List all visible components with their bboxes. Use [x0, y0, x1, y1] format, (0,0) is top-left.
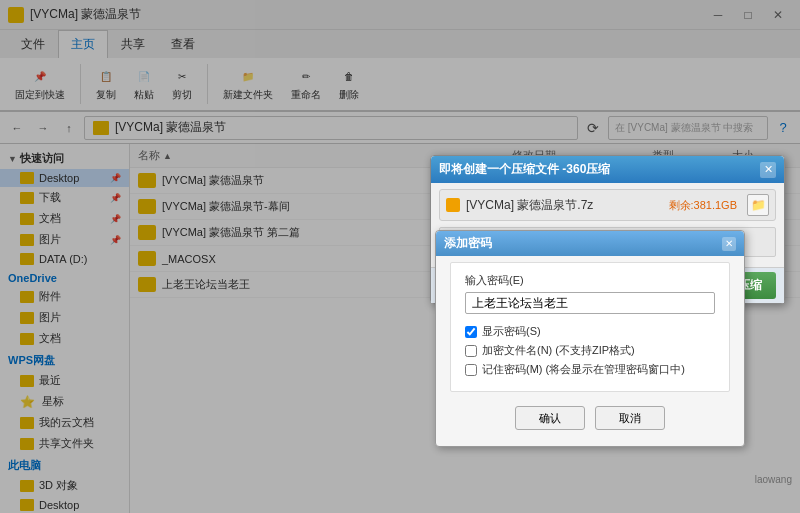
remember-password-label: 记住密码(M) (将会显示在管理密码窗口中) [482, 362, 685, 377]
pwd-dialog-title: 添加密码 [444, 235, 492, 252]
pwd-dialog-titlebar: 添加密码 ✕ [436, 231, 744, 256]
dialog-360-title: 即将创建一个压缩文件 -360压缩 [439, 161, 610, 178]
confirm-button[interactable]: 确认 [515, 406, 585, 430]
show-password-checkbox[interactable] [465, 326, 477, 338]
remember-password-row: 记住密码(M) (将会显示在管理密码窗口中) [465, 362, 715, 377]
zip-name-text: [VYCMa] 蒙德温泉节.7z [466, 197, 663, 214]
pwd-dialog-body: 输入密码(E) 显示密码(S) 加密文件名(N) (不支持ZIP格式) 记住密码… [450, 262, 730, 392]
pwd-dialog-content: 输入密码(E) 显示密码(S) 加密文件名(N) (不支持ZIP格式) 记住密码… [436, 256, 744, 446]
pwd-dialog-close-button[interactable]: ✕ [722, 237, 736, 251]
encrypt-filename-row: 加密文件名(N) (不支持ZIP格式) [465, 343, 715, 358]
show-password-label: 显示密码(S) [482, 324, 541, 339]
encrypt-filename-label: 加密文件名(N) (不支持ZIP格式) [482, 343, 635, 358]
add-password-dialog: 添加密码 ✕ 输入密码(E) 显示密码(S) 加密文件名(N) (不支持ZIP格… [435, 230, 745, 447]
pwd-dialog-footer: 确认 取消 [442, 400, 738, 440]
browse-button[interactable]: 📁 [747, 194, 769, 216]
remember-password-checkbox[interactable] [465, 364, 477, 376]
zip-name-row: [VYCMa] 蒙德温泉节.7z 剩余:381.1GB 📁 [439, 189, 776, 221]
show-password-row: 显示密码(S) [465, 324, 715, 339]
encrypt-filename-checkbox[interactable] [465, 345, 477, 357]
zip-icon [446, 198, 460, 212]
password-input[interactable] [465, 292, 715, 314]
space-info-text: 剩余:381.1GB [669, 198, 737, 213]
dialog-360-titlebar: 即将创建一个压缩文件 -360压缩 ✕ [431, 156, 784, 183]
dialog-360-close-button[interactable]: ✕ [760, 162, 776, 178]
pwd-input-label: 输入密码(E) [465, 273, 715, 288]
cancel-button[interactable]: 取消 [595, 406, 665, 430]
